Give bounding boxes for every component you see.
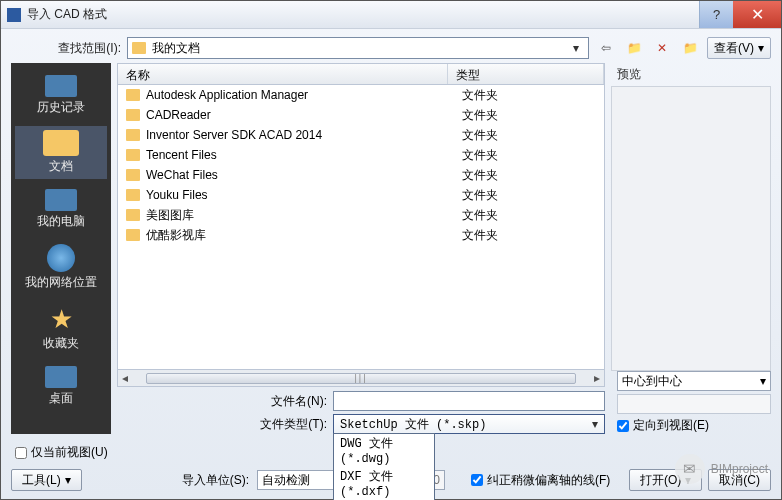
folder-icon	[126, 209, 140, 221]
position-select[interactable]: 中心到中心▾	[617, 371, 771, 391]
window-title: 导入 CAD 格式	[27, 6, 699, 23]
preview-panel: 预览 中心到中心▾ 定向到视图(E)	[611, 63, 771, 434]
importunit-label: 导入单位(S):	[182, 472, 249, 489]
preview-body	[611, 86, 771, 371]
watermark: ✉ BIMproject	[675, 454, 768, 484]
file-row[interactable]: WeChat Files文件夹	[118, 165, 604, 185]
wechat-icon: ✉	[675, 454, 705, 484]
up-folder-button[interactable]: 📁	[623, 37, 645, 59]
filetype-label: 文件类型(T):	[117, 416, 327, 433]
list-header[interactable]: 名称 类型	[117, 63, 605, 85]
mon-icon	[45, 189, 77, 211]
lookin-combo[interactable]: 我的文档 ▾	[127, 37, 589, 59]
file-row[interactable]: Autodesk Application Manager文件夹	[118, 85, 604, 105]
chevron-down-icon: ▾	[592, 417, 598, 431]
file-row[interactable]: Inventor Server SDK ACAD 2014文件夹	[118, 125, 604, 145]
chevron-down-icon: ▾	[758, 41, 764, 55]
sidebar-item-历史记录[interactable]: 历史记录	[15, 71, 107, 120]
folder-icon	[126, 129, 140, 141]
currentview-checkbox[interactable]: 仅当前视图(U)	[15, 444, 108, 461]
delete-button[interactable]: ✕	[651, 37, 673, 59]
places-sidebar: 历史记录文档我的电脑我的网络位置★收藏夹桌面	[11, 63, 111, 434]
folder-icon	[126, 109, 140, 121]
chevron-down-icon: ▾	[760, 374, 766, 388]
file-row[interactable]: CADReader文件夹	[118, 105, 604, 125]
dialog-window: 导入 CAD 格式 ? ✕ 查找范围(I): 我的文档 ▾ ⇦ 📁 ✕ 📁 查看…	[0, 0, 782, 500]
filetype-dropdown[interactable]: DWG 文件 (*.dwg)DXF 文件 (*.dxf)DGN 文件 (*.dg…	[333, 433, 435, 500]
back-button[interactable]: ⇦	[595, 37, 617, 59]
preview-label: 预览	[611, 63, 771, 86]
folder-icon	[126, 189, 140, 201]
col-type[interactable]: 类型	[448, 64, 604, 84]
filename-label: 文件名(N):	[117, 393, 327, 410]
filetype-option[interactable]: DWG 文件 (*.dwg)	[334, 434, 434, 467]
folder-icon	[126, 149, 140, 161]
file-list-pane: 名称 类型 Autodesk Application Manager文件夹CAD…	[117, 63, 605, 434]
sidebar-item-收藏夹[interactable]: ★收藏夹	[15, 301, 107, 356]
file-row[interactable]: 美图图库文件夹	[118, 205, 604, 225]
offaxis-checkbox[interactable]: 纠正稍微偏离轴的线(F)	[471, 472, 610, 489]
mon-icon	[45, 366, 77, 388]
sidebar-item-文档[interactable]: 文档	[15, 126, 107, 179]
globe-icon	[47, 244, 75, 272]
folder-icon	[132, 42, 146, 54]
file-list[interactable]: Autodesk Application Manager文件夹CADReader…	[117, 85, 605, 370]
chevron-down-icon: ▾	[65, 473, 71, 487]
folder-icon	[126, 89, 140, 101]
filetype-combo[interactable]: SketchUp 文件 (*.skp) ▾	[333, 414, 605, 434]
scroll-right-icon[interactable]: ▸	[590, 371, 604, 385]
filetype-value: SketchUp 文件 (*.skp)	[340, 416, 486, 433]
titlebar[interactable]: 导入 CAD 格式 ? ✕	[1, 1, 781, 29]
filetype-option[interactable]: DXF 文件 (*.dxf)	[334, 467, 434, 500]
scale-display	[617, 394, 771, 414]
file-row[interactable]: 优酷影视库文件夹	[118, 225, 604, 245]
tools-button[interactable]: 工具(L)▾	[11, 469, 82, 491]
file-row[interactable]: Youku Files文件夹	[118, 185, 604, 205]
sidebar-item-桌面[interactable]: 桌面	[15, 362, 107, 411]
hscrollbar[interactable]: ◂ ||| ▸	[117, 370, 605, 387]
scroll-thumb[interactable]: |||	[146, 373, 576, 384]
folder-icon	[43, 130, 79, 156]
close-button[interactable]: ✕	[733, 1, 781, 28]
orient-checkbox[interactable]: 定向到视图(E)	[617, 417, 771, 434]
scroll-left-icon[interactable]: ◂	[118, 371, 132, 385]
new-folder-button[interactable]: 📁	[679, 37, 701, 59]
view-menu-button[interactable]: 查看(V)▾	[707, 37, 771, 59]
lookin-value: 我的文档	[152, 40, 200, 57]
sidebar-item-我的电脑[interactable]: 我的电脑	[15, 185, 107, 234]
star-icon: ★	[45, 305, 77, 333]
folder-icon	[126, 229, 140, 241]
help-button[interactable]: ?	[699, 1, 733, 28]
mon-icon	[45, 75, 77, 97]
app-icon	[7, 8, 21, 22]
filename-input[interactable]	[333, 391, 605, 411]
col-name[interactable]: 名称	[118, 64, 448, 84]
file-row[interactable]: Tencent Files文件夹	[118, 145, 604, 165]
sidebar-item-我的网络位置[interactable]: 我的网络位置	[15, 240, 107, 295]
folder-icon	[126, 169, 140, 181]
chevron-down-icon: ▾	[568, 41, 584, 55]
lookin-label: 查找范围(I):	[11, 40, 121, 57]
